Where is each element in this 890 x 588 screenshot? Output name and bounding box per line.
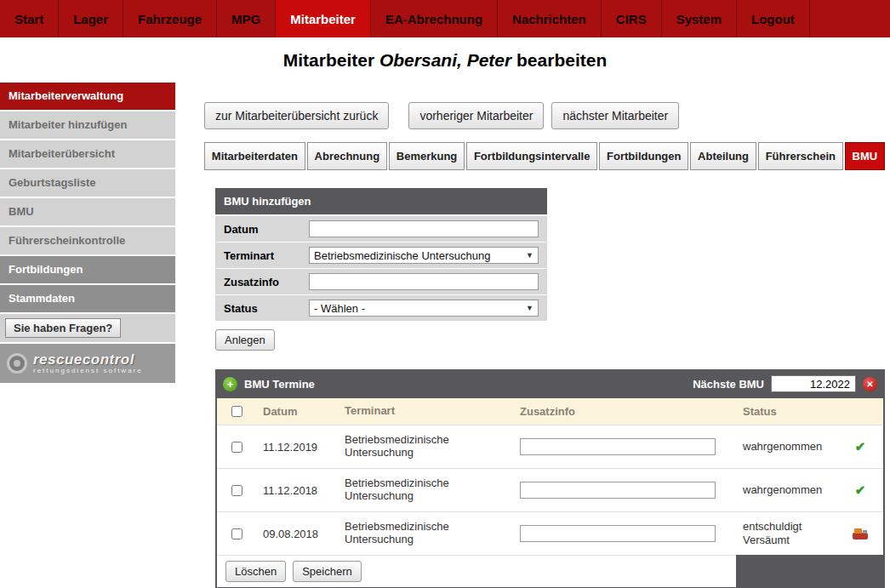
- back-to-overview-button[interactable]: zur Mitarbeiterübersicht zurück: [204, 102, 389, 129]
- form-row-zusatzinfo: Zusatzinfo: [215, 269, 547, 294]
- table-header: + BMU Termine Nächste BMU ✕: [217, 369, 883, 398]
- page-title-prefix: Mitarbeiter: [283, 50, 379, 71]
- nav-item-ea-abrechnung[interactable]: EA-Abrechnung: [371, 0, 498, 37]
- tab-fortbildungsintervalle[interactable]: Fortbildungsintervalle: [466, 142, 597, 170]
- status-selected-value: - Wählen -: [314, 302, 365, 315]
- tab-fortbildungen[interactable]: Fortbildungen: [599, 142, 688, 170]
- nav-item-cirs[interactable]: CIRS: [602, 0, 662, 37]
- row-status: wahrgenommen: [736, 440, 837, 454]
- form-row-status: Status - Wählen - ▼: [215, 295, 547, 321]
- select-all-checkbox[interactable]: [231, 406, 242, 417]
- rescuecontrol-logo-icon: [7, 353, 27, 374]
- chevron-down-icon: ▼: [526, 251, 533, 260]
- sidebar-item-geburtstagsliste[interactable]: Geburtstagsliste: [0, 169, 175, 197]
- nav-item-lager[interactable]: Lager: [59, 0, 123, 37]
- zusatzinfo-input[interactable]: [309, 273, 539, 290]
- anlegen-button[interactable]: Anlegen: [215, 329, 275, 351]
- bmu-termine-table: + BMU Termine Nächste BMU ✕ Datum Termin…: [215, 369, 885, 588]
- sidebar-item-bmu[interactable]: BMU: [0, 198, 175, 225]
- terminart-label: Terminart: [224, 249, 309, 262]
- page-title: Mitarbeiter Obersani, Peter bearbeiten: [0, 37, 890, 83]
- row-select-checkbox[interactable]: [231, 528, 242, 539]
- row-zusatzinfo-input[interactable]: [520, 482, 716, 499]
- check-icon[interactable]: ✔: [855, 482, 866, 498]
- col-header-status: Status: [736, 405, 837, 419]
- nav-item-mpg[interactable]: MPG: [217, 0, 276, 37]
- sidebar-item-mitarbeiteruebersicht[interactable]: Mitarbeiterübersicht: [0, 140, 175, 168]
- col-header-terminart: Terminart: [338, 405, 513, 418]
- bmu-add-form: BMU hinzufügen Datum Terminart Betriebsm…: [215, 188, 547, 321]
- chevron-down-icon: ▼: [526, 304, 533, 312]
- table-column-header: Datum Terminart Zusatzinfo Status: [217, 398, 883, 425]
- form-row-terminart: Terminart Betriebsmedizinische Untersuch…: [215, 243, 547, 268]
- col-header-zusatzinfo: Zusatzinfo: [513, 405, 736, 418]
- row-status: wahrgenommen: [736, 483, 837, 497]
- terminart-select[interactable]: Betriebsmedizinische Untersuchung ▼: [309, 247, 539, 264]
- tab-abteilung[interactable]: Abteilung: [690, 142, 756, 170]
- datum-label: Datum: [224, 223, 309, 236]
- employee-tabs: Mitarbeiterdaten Abrechnung Bemerkung Fo…: [204, 142, 885, 170]
- excused-icon[interactable]: [853, 528, 868, 539]
- add-icon[interactable]: +: [223, 377, 237, 391]
- row-datum: 11.12.2018: [256, 484, 338, 497]
- main-content: zur Mitarbeiterübersicht zurück vorherig…: [175, 83, 890, 588]
- next-bmu-input[interactable]: [771, 375, 856, 392]
- row-status: entschuldigt Versäumt: [736, 520, 837, 546]
- previous-employee-button[interactable]: vorheriger Mitarbeiter: [408, 102, 544, 129]
- tab-fuehrerschein[interactable]: Führerschein: [758, 142, 843, 170]
- row-select-checkbox[interactable]: [231, 485, 242, 496]
- form-title: BMU hinzufügen: [215, 188, 547, 214]
- sidebar-item-fortbildungen[interactable]: Fortbildungen: [0, 256, 175, 283]
- table-row: 11.12.2019 Betriebsmedizinische Untersuc…: [217, 425, 883, 468]
- datum-input[interactable]: [309, 220, 539, 237]
- status-label: Status: [224, 302, 309, 315]
- nav-item-fahrzeuge[interactable]: Fahrzeuge: [123, 0, 217, 37]
- loeschen-button[interactable]: Löschen: [225, 561, 286, 582]
- row-zusatzinfo-input[interactable]: [520, 525, 716, 542]
- rescuecontrol-logo: rescuecontrol rettungsdienst software: [0, 344, 175, 383]
- top-navigation: Start Lager Fahrzeuge MPG Mitarbeiter EA…: [0, 0, 890, 37]
- table-row: 09.08.2018 Betriebsmedizinische Untersuc…: [217, 511, 883, 555]
- table-title: BMU Termine: [244, 378, 315, 391]
- row-zusatzinfo-input[interactable]: [520, 438, 716, 455]
- status-select[interactable]: - Wählen - ▼: [309, 300, 539, 317]
- logo-brand-text: rescuecontrol: [33, 352, 143, 368]
- employee-name: Obersani, Peter: [379, 50, 511, 71]
- check-icon[interactable]: ✔: [855, 439, 866, 454]
- next-employee-button[interactable]: nächster Mitarbeiter: [551, 102, 679, 129]
- tab-bmu[interactable]: BMU: [845, 142, 885, 170]
- help-button[interactable]: Sie haben Fragen?: [5, 318, 121, 338]
- toolbar: zur Mitarbeiterübersicht zurück vorherig…: [204, 102, 885, 129]
- form-row-datum: Datum: [215, 216, 547, 242]
- terminart-selected-value: Betriebsmedizinische Untersuchung: [314, 249, 490, 262]
- table-row: 11.12.2018 Betriebsmedizinische Untersuc…: [217, 468, 883, 511]
- tab-mitarbeiterdaten[interactable]: Mitarbeiterdaten: [204, 142, 305, 170]
- close-icon[interactable]: ✕: [863, 377, 877, 391]
- zusatzinfo-label: Zusatzinfo: [224, 276, 309, 288]
- sidebar-item-fuehrerscheinkontrolle[interactable]: Führerscheinkontrolle: [0, 227, 175, 254]
- sidebar-help-strip: Sie haben Fragen?: [0, 314, 175, 342]
- nav-item-nachrichten[interactable]: Nachrichten: [498, 0, 602, 37]
- speichern-button[interactable]: Speichern: [293, 561, 362, 582]
- row-datum: 09.08.2018: [256, 528, 338, 540]
- col-header-datum: Datum: [256, 405, 338, 418]
- row-select-checkbox[interactable]: [231, 442, 242, 453]
- sidebar-item-stammdaten[interactable]: Stammdaten: [0, 285, 175, 312]
- nav-item-logout[interactable]: Logout: [737, 0, 810, 37]
- row-terminart: Betriebsmedizinische Untersuchung: [338, 477, 513, 503]
- page-title-suffix: bearbeiten: [511, 50, 607, 71]
- tab-bemerkung[interactable]: Bemerkung: [389, 142, 465, 170]
- row-terminart: Betriebsmedizinische Untersuchung: [338, 521, 513, 546]
- sidebar: Mitarbeiterverwaltung Mitarbeiter hinzuf…: [0, 83, 175, 383]
- tab-abrechnung[interactable]: Abrechnung: [307, 142, 387, 170]
- nav-item-start[interactable]: Start: [0, 0, 59, 37]
- sidebar-item-mitarbeiter-hinzufuegen[interactable]: Mitarbeiter hinzufügen: [0, 111, 175, 139]
- row-datum: 11.12.2019: [256, 441, 338, 454]
- nav-item-mitarbeiter[interactable]: Mitarbeiter: [276, 0, 371, 37]
- sidebar-item-mitarbeiterverwaltung[interactable]: Mitarbeiterverwaltung: [0, 83, 175, 110]
- nav-item-system[interactable]: System: [662, 0, 737, 37]
- next-bmu-label: Nächste BMU: [693, 378, 764, 391]
- row-terminart: Betriebsmedizinische Untersuchung: [338, 434, 513, 460]
- logo-tagline-text: rettungsdienst software: [33, 368, 143, 374]
- table-footer: Löschen Speichern: [217, 555, 883, 587]
